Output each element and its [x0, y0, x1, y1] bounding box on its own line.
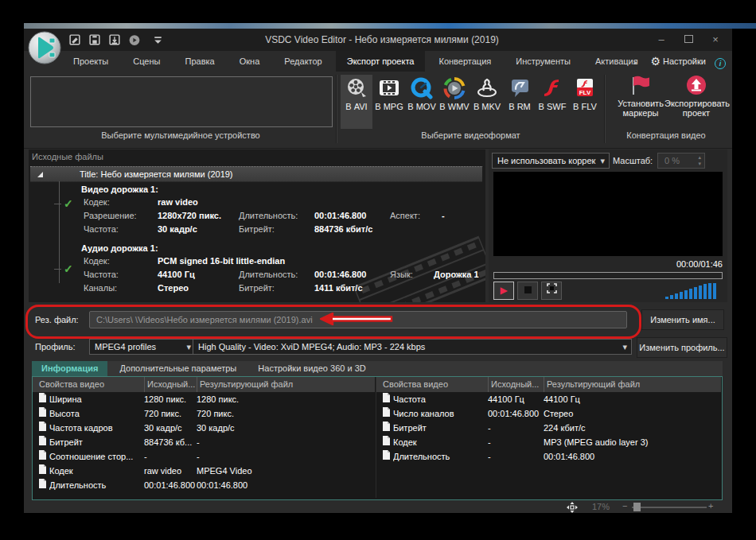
flv-file-icon: FLV: [574, 77, 596, 99]
convert-group-label: Конвертация видео: [604, 130, 728, 140]
new-project-icon[interactable]: [68, 34, 82, 46]
menu-item-conversion[interactable]: Конвертация: [428, 51, 503, 72]
close-button[interactable]: ×: [702, 32, 729, 48]
menu-item-editor[interactable]: Редактор: [273, 51, 333, 72]
move-icon[interactable]: [567, 502, 578, 513]
collapse-ribbon-icon[interactable]: ▴: [633, 58, 637, 66]
profile-value-dropdown[interactable]: High Quality - Video: XviD MPEG4; Audio:…: [193, 339, 632, 355]
chevron-down-icon: ▾: [622, 340, 627, 354]
table-row[interactable]: Высота720 пикс.720 пикс.: [33, 406, 375, 421]
import-icon[interactable]: [108, 34, 122, 46]
flag-icon: [629, 75, 653, 95]
source-files-panel: Исходные файлы Title: Небо измеряется ми…: [29, 150, 485, 302]
maximize-button[interactable]: [675, 32, 702, 48]
save-icon[interactable]: [88, 34, 102, 46]
document-icon: [382, 436, 390, 445]
svg-text:FLV: FLV: [579, 89, 591, 96]
profile-type-dropdown[interactable]: MPEG4 profiles ▾: [89, 339, 196, 355]
label: Кодек:: [84, 197, 110, 207]
tab-additional-parameters[interactable]: Дополнительные параметры: [110, 361, 246, 376]
menu-item-export-project[interactable]: Экспорт проекта: [336, 51, 426, 72]
playback-time: 00:00/01:46: [676, 259, 723, 269]
multimedia-device-box[interactable]: [30, 76, 333, 127]
settings-label[interactable]: Настройки: [663, 56, 706, 66]
spinner-down-icon[interactable]: ▾: [698, 161, 701, 167]
correction-dropdown[interactable]: Не использовать коррек ▾: [492, 153, 610, 169]
export-project-button[interactable]: Экспортировать проект: [664, 75, 728, 129]
value: 44100 Гц: [158, 270, 195, 279]
edit-profile-button[interactable]: Изменить профиль...: [637, 337, 727, 358]
minimize-button[interactable]: –: [648, 32, 675, 48]
preview-play-icon[interactable]: [128, 34, 142, 46]
value: 00:01:46.800: [314, 211, 366, 220]
label: Длительность:: [239, 270, 298, 279]
zoom-slider-thumb[interactable]: [633, 503, 641, 511]
volume-indicator[interactable]: [665, 283, 723, 299]
video-properties-table: Свойства видео Исходный... Результирующи…: [33, 377, 375, 498]
menu-item-scenes[interactable]: Сцены: [122, 51, 171, 72]
tab-video-360-3d[interactable]: Настройки видео 360 и 3D: [248, 361, 375, 376]
table-row[interactable]: Длительность-00:01:46.800: [376, 449, 721, 464]
fullscreen-icon: [547, 283, 557, 293]
format-rm-button[interactable]: В RM: [504, 75, 536, 129]
table-row[interactable]: Битрейт-224 кбит/с: [376, 421, 721, 435]
fullscreen-button[interactable]: [541, 282, 562, 300]
format-flv-button[interactable]: FLV В FLV: [569, 75, 601, 129]
table-row[interactable]: Ширина1280 пикс.1280 пикс.: [33, 392, 375, 406]
source-title-row[interactable]: Title: Небо измеряется милями (2019): [30, 166, 482, 182]
table-row[interactable]: Частота кадров30 кадр/с30 кадр/с: [33, 421, 375, 435]
zoom-in-icon[interactable]: +: [708, 501, 713, 511]
info-icon[interactable]: i: [715, 58, 726, 69]
scale-spinner[interactable]: 0 % ▴ ▾: [657, 153, 705, 169]
menu-item-tools[interactable]: Инструменты: [505, 51, 582, 72]
menu-item-projects[interactable]: Проекты: [62, 51, 119, 72]
stop-button[interactable]: [517, 282, 538, 300]
expand-triangle-icon[interactable]: [37, 171, 44, 178]
label: Каналы:: [84, 283, 117, 293]
document-icon: [38, 407, 46, 417]
spinner-up-icon[interactable]: ▴: [698, 154, 701, 161]
label: Разрешение:: [84, 211, 137, 220]
label: Частота:: [84, 224, 119, 234]
zoom-percentage: 17%: [592, 502, 610, 511]
seek-bar[interactable]: [493, 272, 723, 279]
gear-icon[interactable]: ⚙: [650, 55, 661, 68]
rename-button[interactable]: Изменить имя...: [641, 309, 724, 330]
chevron-down-icon: ▾: [600, 153, 605, 168]
table-header: Свойства видео Исходный... Результирующи…: [33, 377, 375, 392]
format-avi-button[interactable]: В AVI: [341, 75, 372, 129]
format-mpg-button[interactable]: В MPG: [373, 75, 405, 129]
document-icon: [382, 393, 390, 402]
play-button[interactable]: ▶: [493, 282, 514, 300]
tab-information[interactable]: Информация: [32, 361, 107, 376]
realmedia-icon: [509, 77, 531, 99]
set-markers-button[interactable]: Установить маркеры: [609, 75, 672, 129]
table-row[interactable]: Длительность00:01:46.80000:01:46.800: [33, 478, 375, 492]
format-swf-button[interactable]: В SWF: [536, 75, 568, 129]
format-wmv-button[interactable]: В WMV: [438, 75, 470, 129]
zoom-out-icon[interactable]: −: [622, 501, 627, 511]
table-row[interactable]: Кодек-MP3 (MPEG audio layer 3): [376, 435, 721, 449]
format-mkv-button[interactable]: В MKV: [471, 75, 503, 129]
table-row[interactable]: Соотношение стор...--: [33, 449, 375, 464]
video-track-heading: Видео дорожка 1:: [81, 185, 158, 194]
label: Частота:: [84, 270, 119, 279]
label: Длительность:: [239, 211, 298, 220]
label: Аспект:: [390, 211, 420, 220]
menu-item-windows[interactable]: Окна: [228, 51, 271, 72]
table-row[interactable]: Кодекraw videoMPEG4 Video: [33, 464, 375, 478]
table-row[interactable]: Битрейт884736 кб...-: [33, 435, 375, 449]
menu-item-edit[interactable]: Правка: [174, 51, 226, 72]
toolbar-dropdown-icon[interactable]: [151, 34, 165, 46]
zoom-slider-track[interactable]: [632, 507, 707, 508]
value: Стерео: [158, 283, 189, 293]
flash-f-icon: [541, 77, 563, 99]
video-preview-area[interactable]: [493, 172, 723, 256]
table-row[interactable]: Частота44100 Гц44100 Гц: [376, 392, 721, 406]
tree-line: [59, 181, 60, 283]
format-mov-button[interactable]: В MOV: [406, 75, 438, 129]
table-row[interactable]: Число каналов00:01:46.800Стерео: [376, 406, 721, 421]
tab-bar: Информация Дополнительные параметры Наст…: [32, 361, 723, 376]
chevron-down-icon: ▾: [186, 340, 191, 354]
desktop-wallpaper-strip: [24, 23, 756, 29]
